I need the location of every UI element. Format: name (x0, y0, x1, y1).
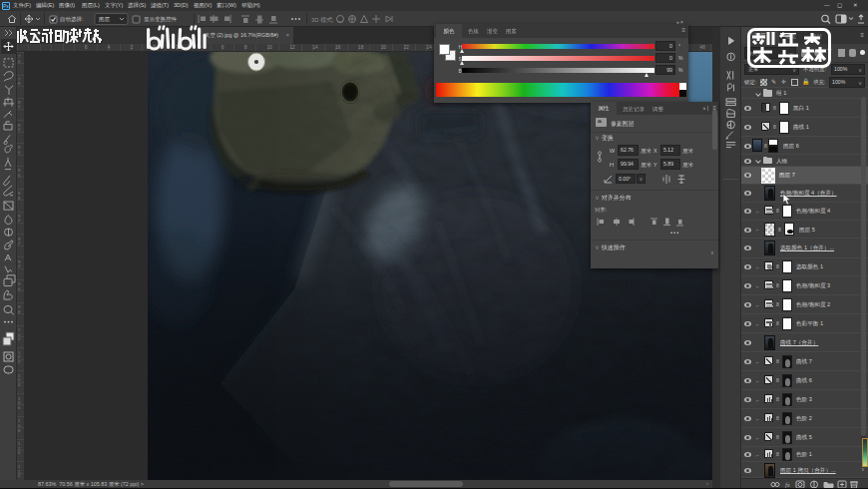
svg-text:3D 模式:: 3D 模式: (311, 17, 334, 23)
